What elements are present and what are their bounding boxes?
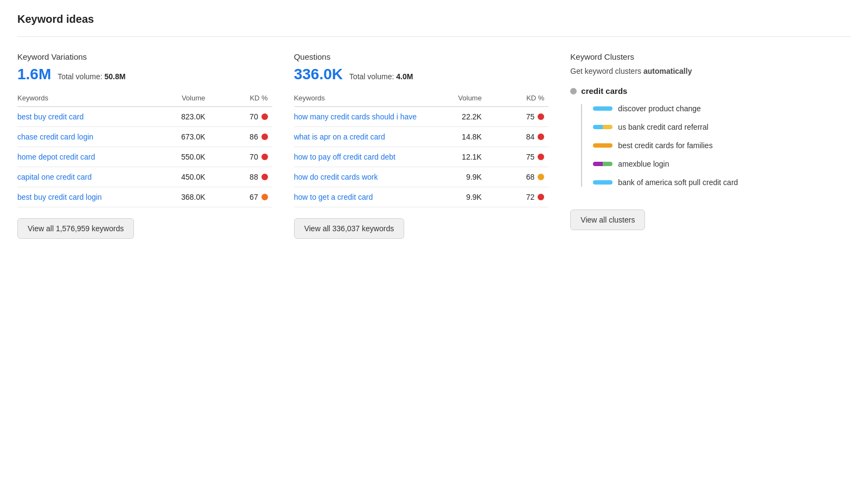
cluster-item: us bank credit card referral xyxy=(593,123,851,131)
cluster-item-label: best credit cards for families xyxy=(618,141,712,150)
kd-dot xyxy=(538,134,544,140)
cluster-root-dot xyxy=(570,88,577,94)
table-row: how to get a credit card 9.9K 72 xyxy=(294,187,549,207)
cell-keyword: how to get a credit card xyxy=(294,193,419,201)
cluster-bar-segment xyxy=(603,162,612,166)
keyword-link[interactable]: how to pay off credit card debt xyxy=(294,153,395,161)
cell-kd: 84 xyxy=(482,132,548,141)
variations-col-keywords: Keywords xyxy=(17,94,143,102)
cluster-bar-segment xyxy=(593,162,603,166)
cell-keyword: capital one credit card xyxy=(17,173,143,181)
kd-dot xyxy=(261,174,268,180)
cell-kd: 70 xyxy=(205,112,272,121)
cluster-item: discover product change xyxy=(593,104,851,113)
table-row: chase credit card login 673.0K 86 xyxy=(17,127,272,147)
variations-section: Keyword Variations 1.6M Total volume: 50… xyxy=(17,52,294,239)
cell-volume: 12.1K xyxy=(419,153,482,161)
cell-keyword: chase credit card login xyxy=(17,132,143,141)
cell-volume: 450.0K xyxy=(143,173,205,181)
kd-dot xyxy=(538,113,544,120)
variations-col-volume: Volume xyxy=(143,94,205,102)
kd-dot xyxy=(538,174,544,180)
cluster-bar xyxy=(593,125,612,129)
cell-keyword: how do credit cards work xyxy=(294,173,419,181)
cluster-bar-segment xyxy=(593,106,608,111)
cell-volume: 9.9K xyxy=(419,193,482,201)
keyword-link[interactable]: chase credit card login xyxy=(17,132,93,141)
view-all-questions-button[interactable]: View all 336,037 keywords xyxy=(294,218,405,239)
cell-kd: 88 xyxy=(205,173,272,181)
variations-volume-value: 50.8M xyxy=(105,72,126,81)
table-row: how do credit cards work 9.9K 68 xyxy=(294,167,549,187)
keyword-link[interactable]: capital one credit card xyxy=(17,173,92,181)
cluster-item-label: bank of america soft pull credit card xyxy=(618,178,738,187)
cell-kd: 67 xyxy=(205,193,272,201)
cell-keyword: best buy credit card xyxy=(17,112,143,121)
cluster-items: discover product change us bank credit c… xyxy=(581,104,851,187)
questions-stats: 336.0K Total volume: 4.0M xyxy=(294,66,549,83)
keyword-link[interactable]: best buy credit card login xyxy=(17,193,102,201)
keyword-link[interactable]: how to get a credit card xyxy=(294,193,373,201)
page-title: Keyword ideas xyxy=(17,13,851,26)
keyword-link[interactable]: what is apr on a credit card xyxy=(294,132,385,141)
cluster-root-label: credit cards xyxy=(581,86,627,96)
clusters-subtitle-bold: automatically xyxy=(643,67,692,75)
cluster-root: credit cards xyxy=(570,86,851,96)
cell-volume: 9.9K xyxy=(419,173,482,181)
variations-count: 1.6M xyxy=(17,66,51,83)
table-row: capital one credit card 450.0K 88 xyxy=(17,167,272,187)
cluster-bar xyxy=(593,106,612,111)
cell-volume: 14.8K xyxy=(419,132,482,141)
cluster-item: amexblue login xyxy=(593,160,851,168)
cluster-bar xyxy=(593,143,612,148)
questions-volume-label: Total volume: 4.0M xyxy=(349,72,413,81)
cell-volume: 368.0K xyxy=(143,193,205,201)
sections-container: Keyword Variations 1.6M Total volume: 50… xyxy=(17,52,851,239)
table-row: what is apr on a credit card 14.8K 84 xyxy=(294,127,549,147)
table-row: how many credit cards should i have 22.2… xyxy=(294,107,549,127)
table-row: how to pay off credit card debt 12.1K 75 xyxy=(294,147,549,167)
questions-rows: how many credit cards should i have 22.2… xyxy=(294,107,549,207)
keyword-link[interactable]: best buy credit card xyxy=(17,112,84,121)
divider xyxy=(17,36,851,37)
questions-col-keywords: Keywords xyxy=(294,94,419,102)
cell-kd: 70 xyxy=(205,153,272,161)
questions-table: Keywords Volume KD % how many credit car… xyxy=(294,94,549,207)
questions-section: Questions 336.0K Total volume: 4.0M Keyw… xyxy=(294,52,571,239)
cluster-bar xyxy=(593,180,612,185)
kd-dot xyxy=(261,113,268,120)
cell-keyword: what is apr on a credit card xyxy=(294,132,419,141)
cluster-item-label: us bank credit card referral xyxy=(618,123,709,131)
clusters-title: Keyword Clusters xyxy=(570,52,851,61)
cell-kd: 75 xyxy=(482,112,548,121)
keyword-link[interactable]: how many credit cards should i have xyxy=(294,112,417,121)
cell-keyword: best buy credit card login xyxy=(17,193,143,201)
variations-title: Keyword Variations xyxy=(17,52,272,61)
cluster-item-label: amexblue login xyxy=(618,160,669,168)
questions-table-header: Keywords Volume KD % xyxy=(294,94,549,107)
view-all-variations-button[interactable]: View all 1,576,959 keywords xyxy=(17,218,134,239)
cluster-bar xyxy=(593,162,612,166)
cell-kd: 72 xyxy=(482,193,548,201)
kd-dot xyxy=(261,154,268,160)
cell-volume: 550.0K xyxy=(143,153,205,161)
cluster-bar-segment xyxy=(593,143,612,148)
cell-keyword: how many credit cards should i have xyxy=(294,112,419,121)
keyword-link[interactable]: how do credit cards work xyxy=(294,173,378,181)
questions-volume-value: 4.0M xyxy=(396,72,413,81)
keyword-link[interactable]: home depot credit card xyxy=(17,153,95,161)
cell-volume: 823.0K xyxy=(143,112,205,121)
kd-dot xyxy=(261,194,268,200)
cluster-bar-segment xyxy=(603,125,612,129)
cell-keyword: how to pay off credit card debt xyxy=(294,153,419,161)
variations-stats: 1.6M Total volume: 50.8M xyxy=(17,66,272,83)
questions-col-kd: KD % xyxy=(482,94,548,102)
clusters-subtitle: Get keyword clusters automatically xyxy=(570,67,851,75)
cell-volume: 673.0K xyxy=(143,132,205,141)
cluster-bar-segment xyxy=(608,106,612,111)
variations-volume-label: Total volume: 50.8M xyxy=(58,72,125,81)
view-all-clusters-button[interactable]: View all clusters xyxy=(570,210,645,230)
variations-rows: best buy credit card 823.0K 70 chase cre… xyxy=(17,107,272,207)
cluster-bar-segment xyxy=(593,180,612,185)
kd-dot xyxy=(261,134,268,140)
